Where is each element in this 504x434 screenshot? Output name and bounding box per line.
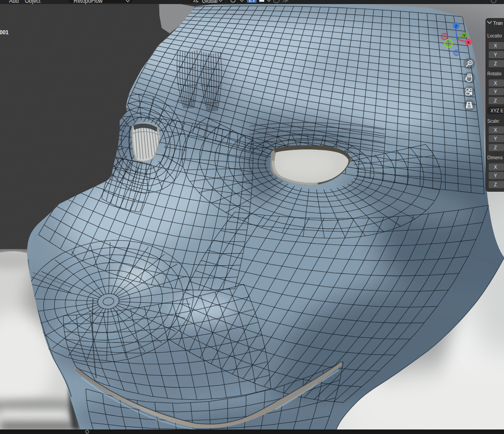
svg-text:X: X	[494, 165, 497, 170]
svg-text:Y: Y	[494, 52, 497, 57]
svg-text:Rotatio: Rotatio	[487, 71, 502, 76]
svg-text:Z: Z	[455, 24, 457, 28]
svg-text:Y: Y	[494, 136, 497, 141]
svg-text:Global: Global	[202, 0, 218, 4]
svg-text:X: X	[494, 128, 497, 133]
svg-text:Locatio: Locatio	[487, 33, 502, 38]
svg-text:Tran: Tran	[493, 20, 503, 26]
svg-text:RetopoFlow: RetopoFlow	[74, 0, 103, 4]
svg-text:Z: Z	[494, 61, 497, 66]
svg-text:001: 001	[0, 29, 9, 36]
svg-text:Scale:: Scale:	[487, 119, 500, 124]
svg-text:Y: Y	[494, 173, 497, 178]
svg-text:Y: Y	[463, 33, 466, 38]
svg-text:X: X	[467, 40, 470, 45]
svg-text:Z: Z	[494, 98, 497, 103]
svg-text:Z: Z	[494, 182, 497, 187]
svg-text:Y: Y	[494, 89, 497, 94]
svg-text:Dimens: Dimens	[487, 155, 503, 160]
svg-text:X: X	[494, 81, 497, 86]
svg-text:Add: Add	[9, 0, 19, 4]
svg-text:Object: Object	[25, 0, 41, 4]
svg-text:XYZ E: XYZ E	[490, 108, 504, 113]
svg-text:X: X	[494, 43, 497, 48]
svg-text:Z: Z	[494, 145, 497, 150]
